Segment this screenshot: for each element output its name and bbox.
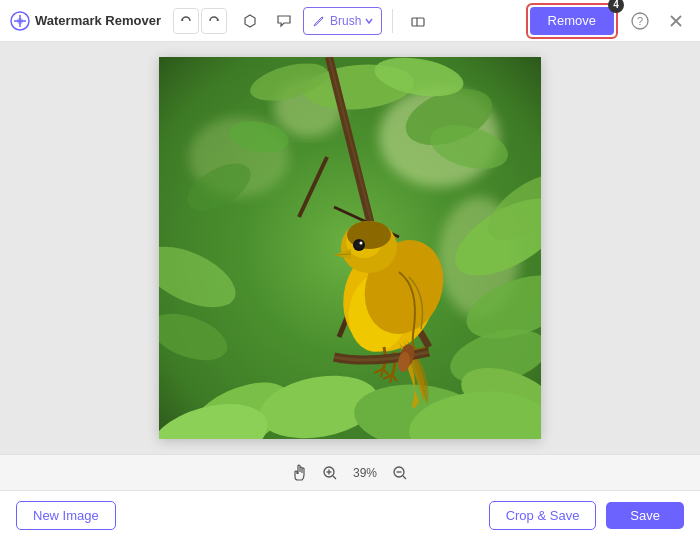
chevron-down-icon (365, 17, 373, 25)
status-bar: 39% (0, 454, 700, 490)
redo-button[interactable] (201, 8, 227, 34)
zoom-in-icon (322, 465, 338, 481)
hand-tool-button[interactable] (289, 462, 311, 484)
svg-rect-3 (412, 18, 424, 26)
footer-bar: New Image Crop & Save Save (0, 490, 700, 540)
help-button[interactable]: ? (626, 7, 654, 35)
svg-line-2 (322, 17, 323, 18)
zoom-controls: 39% (289, 462, 411, 484)
new-image-button[interactable]: New Image (16, 501, 116, 530)
toolbar-right: Remove 4 ? (526, 3, 690, 39)
zoom-out-icon (392, 465, 408, 481)
svg-line-54 (333, 476, 336, 479)
nav-buttons (173, 8, 227, 34)
crop-save-button[interactable]: Crop & Save (489, 501, 597, 530)
hand-icon (291, 464, 309, 482)
brush-label: Brush (330, 14, 361, 28)
svg-line-57 (403, 476, 406, 479)
eraser-tool-button[interactable] (403, 7, 433, 35)
image-container (159, 57, 541, 439)
app-logo: Watermark Remover (10, 11, 161, 31)
remove-button[interactable]: Remove (530, 7, 614, 35)
tool-buttons: Brush (235, 7, 433, 35)
app-title: Watermark Remover (35, 13, 161, 28)
footer-right: Crop & Save Save (489, 501, 684, 530)
toolbar-divider (392, 9, 393, 33)
zoom-out-button[interactable] (389, 462, 411, 484)
svg-text:?: ? (637, 15, 643, 27)
svg-point-1 (17, 18, 23, 24)
remove-badge: 4 (608, 0, 624, 13)
toolbar: Watermark Remover Brush (0, 0, 700, 42)
remove-button-wrapper: Remove 4 (526, 3, 618, 39)
zoom-in-button[interactable] (319, 462, 341, 484)
undo-button[interactable] (173, 8, 199, 34)
bird-image (159, 57, 541, 439)
lasso-tool-button[interactable] (235, 7, 265, 35)
brush-tool-button[interactable]: Brush (303, 7, 382, 35)
chat-tool-button[interactable] (269, 7, 299, 35)
zoom-level: 39% (349, 466, 381, 480)
canvas-area (0, 42, 700, 454)
save-button[interactable]: Save (606, 502, 684, 529)
close-button[interactable] (662, 7, 690, 35)
svg-point-43 (360, 242, 363, 245)
logo-icon (10, 11, 30, 31)
